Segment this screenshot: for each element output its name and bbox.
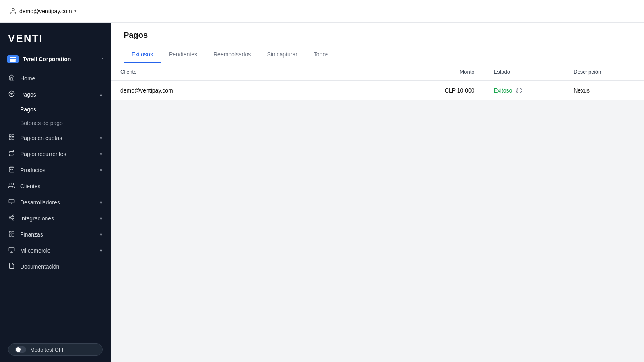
- svg-rect-8: [12, 135, 14, 137]
- modo-test-label: Modo test OFF: [30, 347, 65, 353]
- sidebar-item-documentacion[interactable]: Documentación: [0, 259, 111, 275]
- desarrolladores-chevron-icon: ∨: [99, 200, 103, 205]
- svg-rect-9: [9, 138, 11, 140]
- org-chevron-icon: ›: [102, 56, 103, 62]
- svg-line-19: [11, 218, 13, 219]
- svg-rect-13: [9, 199, 14, 203]
- sidebar-item-pagos-recurrentes-label: Pagos recurrentes: [20, 151, 95, 157]
- svg-point-0: [12, 8, 14, 11]
- sidebar-item-productos-label: Productos: [20, 167, 95, 173]
- page-title: Pagos: [124, 31, 631, 46]
- sidebar-item-clientes-label: Clientes: [20, 183, 103, 189]
- cell-monto: CLP 10.000: [404, 81, 484, 101]
- integraciones-chevron-icon: ∨: [99, 216, 103, 221]
- sidebar-subitem-botones-pago[interactable]: Botones de pago: [0, 116, 111, 130]
- svg-rect-10: [12, 138, 14, 140]
- layout: VENTI Tyrell Corporation › Home Pagos: [0, 23, 644, 362]
- sidebar-item-integraciones[interactable]: Integraciones ∨: [0, 210, 111, 226]
- sidebar-subitem-pagos[interactable]: Pagos: [0, 103, 111, 116]
- tab-sin-capturar[interactable]: Sin capturar: [259, 46, 305, 63]
- col-descripcion: Descripción: [564, 63, 644, 81]
- sidebar-item-home-label: Home: [20, 75, 103, 82]
- finanzas-chevron-icon: ∨: [99, 232, 103, 237]
- table-container: Cliente Monto Estado Descripción demo@ve…: [111, 63, 644, 101]
- status-label: Exitoso: [494, 87, 512, 94]
- sidebar-item-pagos-label: Pagos: [20, 91, 95, 98]
- pagos-chevron-icon: ∧: [99, 92, 103, 97]
- sidebar-item-productos[interactable]: Productos ∨: [0, 162, 111, 178]
- cell-descripcion: Nexus: [564, 81, 644, 101]
- org-switcher[interactable]: Tyrell Corporation ›: [0, 51, 111, 67]
- cell-estado: Exitoso: [484, 81, 564, 101]
- svg-rect-22: [12, 231, 14, 233]
- svg-line-20: [11, 216, 13, 217]
- sidebar: VENTI Tyrell Corporation › Home Pagos: [0, 23, 111, 362]
- topbar: demo@ventipay.com ▾: [0, 0, 644, 23]
- sidebar-bottom: Modo test OFF: [0, 337, 111, 362]
- integraciones-icon: [8, 214, 15, 222]
- refresh-icon[interactable]: [516, 87, 522, 94]
- desarrolladores-icon: [8, 198, 15, 206]
- mi-comercio-chevron-icon: ∨: [99, 248, 103, 253]
- productos-icon: [8, 166, 15, 174]
- page-header: Pagos Exitosos Pendientes Reembolsados S…: [111, 23, 644, 63]
- sidebar-item-desarrolladores[interactable]: Desarrolladores ∨: [0, 194, 111, 210]
- svg-rect-23: [9, 234, 11, 236]
- modo-test-toggle[interactable]: Modo test OFF: [8, 343, 103, 356]
- toggle-knob: [15, 346, 26, 353]
- sidebar-item-finanzas-label: Finanzas: [20, 231, 95, 238]
- logo: VENTI: [0, 23, 111, 51]
- user-email: demo@ventipay.com: [19, 8, 72, 14]
- tab-reembolsados[interactable]: Reembolsados: [205, 46, 259, 63]
- user-icon: [10, 8, 17, 15]
- pagos-icon: [8, 90, 15, 99]
- sidebar-item-mi-comercio[interactable]: Mi comercio ∨: [0, 243, 111, 259]
- table-body: demo@ventipay.com CLP 10.000 Exitoso: [111, 81, 644, 101]
- sidebar-item-pagos-cuotas[interactable]: Pagos en cuotas ∨: [0, 130, 111, 146]
- svg-rect-21: [9, 231, 11, 233]
- svg-rect-24: [12, 234, 14, 236]
- sidebar-item-home[interactable]: Home: [0, 70, 111, 86]
- sidebar-item-clientes[interactable]: Clientes: [0, 178, 111, 194]
- org-name: Tyrell Corporation: [23, 56, 98, 62]
- chevron-down-icon: ▾: [74, 8, 77, 14]
- finanzas-icon: [8, 230, 15, 239]
- home-icon: [8, 74, 15, 82]
- productos-chevron-icon: ∨: [99, 168, 103, 173]
- sidebar-nav: Home Pagos ∧ Pagos Botones de pago: [0, 70, 111, 337]
- svg-rect-25: [9, 247, 14, 251]
- main-content: Pagos Exitosos Pendientes Reembolsados S…: [111, 23, 644, 362]
- col-monto: Monto: [404, 63, 484, 81]
- cell-cliente: demo@ventipay.com: [111, 81, 404, 101]
- tab-todos[interactable]: Todos: [305, 46, 336, 63]
- table-row[interactable]: demo@ventipay.com CLP 10.000 Exitoso: [111, 81, 644, 101]
- svg-rect-1: [10, 57, 16, 58]
- documentacion-icon: [8, 263, 15, 271]
- pagos-cuotas-chevron-icon: ∨: [99, 136, 103, 141]
- sidebar-item-desarrolladores-label: Desarrolladores: [20, 199, 95, 206]
- sidebar-subitem-botones-pago-label: Botones de pago: [20, 120, 63, 126]
- col-estado: Estado: [484, 63, 564, 81]
- svg-rect-3: [10, 60, 16, 62]
- sidebar-item-pagos[interactable]: Pagos ∧: [0, 86, 111, 103]
- svg-rect-2: [10, 59, 16, 60]
- pagos-table: Cliente Monto Estado Descripción demo@ve…: [111, 63, 644, 101]
- tab-pendientes[interactable]: Pendientes: [161, 46, 205, 63]
- org-icon: [7, 55, 19, 63]
- table-head: Cliente Monto Estado Descripción: [111, 63, 644, 81]
- sidebar-item-mi-comercio-label: Mi comercio: [20, 247, 95, 254]
- svg-point-12: [10, 183, 12, 185]
- col-cliente: Cliente: [111, 63, 404, 81]
- sidebar-item-pagos-recurrentes[interactable]: Pagos recurrentes ∨: [0, 146, 111, 162]
- sidebar-item-documentacion-label: Documentación: [20, 263, 103, 270]
- tab-exitosos[interactable]: Exitosos: [124, 46, 161, 63]
- pagos-recurrentes-chevron-icon: ∨: [99, 152, 103, 157]
- user-menu[interactable]: demo@ventipay.com ▾: [10, 8, 77, 15]
- tabs: Exitosos Pendientes Reembolsados Sin cap…: [124, 46, 631, 63]
- sidebar-item-finanzas[interactable]: Finanzas ∨: [0, 226, 111, 243]
- sidebar-subitem-pagos-label: Pagos: [20, 106, 36, 113]
- clientes-icon: [8, 182, 15, 190]
- svg-rect-7: [9, 135, 11, 137]
- sidebar-item-integraciones-label: Integraciones: [20, 215, 95, 222]
- sidebar-item-pagos-cuotas-label: Pagos en cuotas: [20, 135, 95, 141]
